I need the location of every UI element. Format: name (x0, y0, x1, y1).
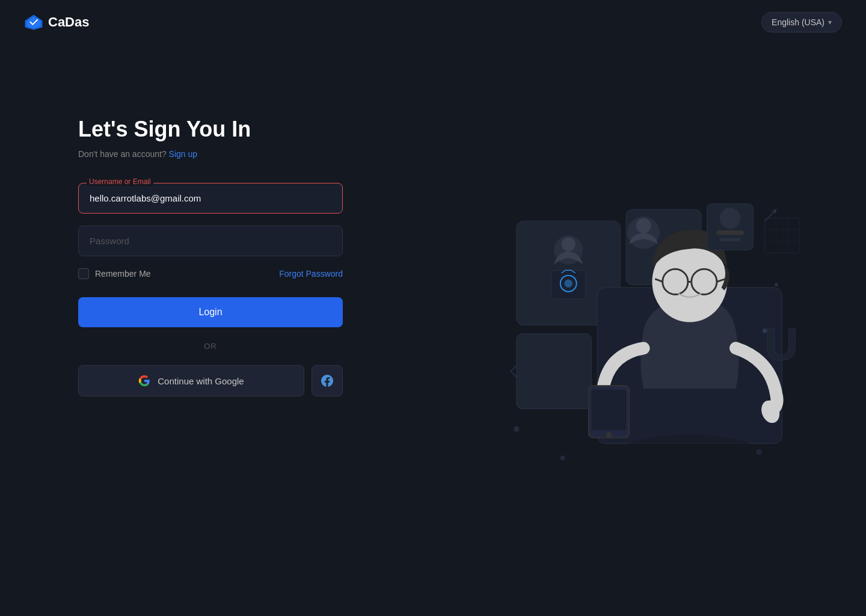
logo-icon (24, 14, 43, 31)
svg-point-30 (514, 426, 520, 432)
svg-rect-15 (592, 390, 627, 430)
google-icon (138, 375, 150, 387)
logo-container: CaDas (24, 14, 89, 31)
facebook-icon (321, 375, 333, 387)
svg-point-25 (562, 237, 576, 251)
language-label: English (USA) (772, 17, 825, 27)
login-button[interactable]: Login (78, 297, 343, 327)
facebook-signin-button[interactable] (312, 365, 343, 396)
chevron-down-icon: ▾ (828, 18, 832, 26)
svg-point-31 (560, 455, 565, 460)
username-form-group: Username or Email (78, 183, 343, 214)
app-name: CaDas (48, 14, 89, 30)
header: CaDas English (USA) ▾ (0, 0, 866, 45)
svg-line-33 (765, 209, 776, 221)
forgot-password-link[interactable]: Forgot Password (279, 269, 343, 279)
signup-prompt: Don't have an account? Sign up (78, 149, 343, 159)
username-label: Username or Email (87, 177, 153, 186)
main-content: Let's Sign You In Don't have an account?… (0, 45, 866, 616)
svg-point-23 (564, 280, 572, 288)
form-options: Remember Me Forgot Password (78, 268, 343, 279)
remember-me-label: Remember Me (95, 269, 151, 279)
svg-point-29 (775, 283, 778, 286)
svg-point-4 (621, 435, 759, 470)
signup-link[interactable]: Sign up (169, 149, 197, 159)
svg-rect-2 (517, 334, 592, 409)
form-panel: Let's Sign You In Don't have an account?… (0, 45, 421, 616)
password-form-group (78, 226, 343, 256)
page-title: Let's Sign You In (78, 117, 343, 142)
svg-point-27 (636, 218, 651, 233)
google-button-label: Continue with Google (158, 376, 244, 386)
remember-me-checkbox[interactable] (78, 268, 89, 279)
svg-point-32 (756, 449, 762, 455)
language-selector[interactable]: English (USA) ▾ (761, 12, 842, 32)
social-buttons: Continue with Google (78, 365, 343, 396)
remember-me-container[interactable]: Remember Me (78, 268, 151, 279)
svg-point-16 (606, 432, 612, 438)
username-input[interactable] (78, 183, 343, 214)
hero-illustration: U (475, 186, 812, 475)
password-input[interactable] (78, 226, 343, 256)
svg-text:U: U (765, 318, 798, 369)
svg-rect-36 (765, 218, 800, 253)
or-divider: OR (78, 342, 343, 351)
svg-point-18 (720, 208, 741, 229)
google-signin-button[interactable]: Continue with Google (78, 365, 304, 396)
illustration-panel: U (421, 45, 866, 616)
